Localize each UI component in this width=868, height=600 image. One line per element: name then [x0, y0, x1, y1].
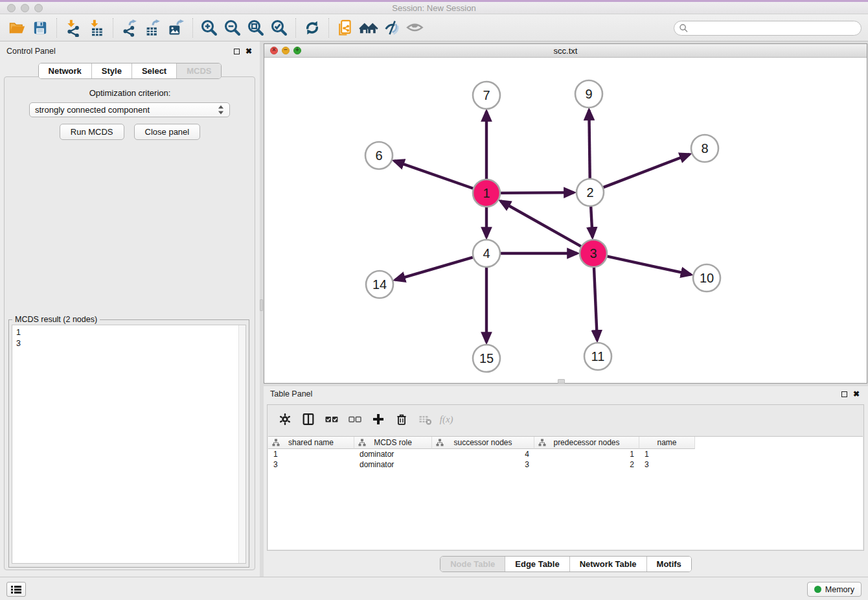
graph-edge-3-11[interactable] [594, 268, 597, 340]
network-canvas[interactable]: 7968124314101511 [264, 58, 867, 383]
optimization-criterion-dropdown[interactable]: strongly connected component [29, 102, 230, 117]
graph-node-15[interactable]: 15 [473, 345, 500, 372]
tab-network[interactable]: Network [39, 63, 92, 78]
column-label: successor nodes [453, 438, 512, 447]
table-cell[interactable]: dominator [354, 449, 432, 459]
import-network-icon[interactable] [62, 16, 85, 40]
table-panel-title: Table Panel [270, 389, 312, 398]
graph-node-7[interactable]: 7 [473, 82, 500, 109]
open-folder-icon[interactable] [5, 16, 29, 40]
window-title: Session: New Session [0, 3, 868, 13]
titlebar: Session: New Session [0, 2, 868, 14]
tab-mcds[interactable]: MCDS [177, 63, 221, 78]
float-panel-icon[interactable] [234, 49, 240, 54]
graph-node-1[interactable]: 1 [473, 179, 500, 207]
column-header-name[interactable]: name [639, 437, 695, 449]
graph-edge-4-14[interactable] [395, 257, 473, 280]
table-panel-content: f(x) shared nameMCDS rolesuccessor nodes… [267, 404, 864, 551]
mcds-result-list[interactable]: 13 [12, 325, 246, 564]
task-history-button[interactable] [6, 582, 26, 597]
export-image-icon[interactable] [165, 16, 188, 40]
zoom-selected-icon[interactable] [268, 16, 291, 40]
node-label: 8 [701, 141, 708, 156]
column-header-shared-name[interactable]: shared name [268, 437, 354, 449]
gear-icon[interactable] [275, 410, 295, 429]
graph-node-4[interactable]: 4 [473, 240, 500, 267]
graph-node-3[interactable]: 3 [580, 240, 607, 267]
graph-edge-1-2[interactable] [501, 192, 574, 193]
table-cell[interactable]: 3 [432, 459, 534, 470]
columns-icon[interactable] [299, 410, 318, 429]
table-panel: Table Panel ✖ [264, 386, 868, 577]
column-header-MCDS-role[interactable]: MCDS role [354, 437, 432, 449]
graph-edge-3-10[interactable] [607, 257, 691, 275]
graph-edge-2-9[interactable] [589, 110, 589, 178]
close-panel-button[interactable]: Close panel [134, 124, 201, 140]
graph-node-11[interactable]: 11 [584, 343, 611, 370]
close-table-panel-icon[interactable]: ✖ [853, 390, 860, 398]
horizontal-splitter-handle[interactable] [558, 379, 565, 384]
refresh-icon[interactable] [301, 16, 324, 40]
table-row[interactable]: 3dominator323 [268, 459, 863, 470]
graph-edge-1-6[interactable] [394, 161, 474, 188]
graph-node-14[interactable]: 14 [366, 271, 393, 298]
trash-icon[interactable] [392, 410, 411, 429]
zoom-in-icon[interactable] [198, 16, 221, 40]
graph-node-10[interactable]: 10 [693, 264, 720, 292]
houses-icon[interactable] [357, 16, 380, 40]
toolbar-separator [328, 18, 329, 38]
column-header-predecessor-nodes[interactable]: predecessor nodes [534, 437, 639, 449]
result-line: 3 [16, 338, 242, 349]
table-cell[interactable]: 3 [268, 459, 354, 470]
new-network-from-selection-icon[interactable] [334, 16, 357, 40]
svg-text:f(x): f(x) [440, 414, 453, 425]
table-cell[interactable]: dominator [354, 459, 432, 470]
export-table-icon[interactable] [141, 16, 165, 40]
table-cell[interactable]: 2 [534, 459, 639, 470]
run-mcds-button[interactable]: Run MCDS [60, 124, 124, 140]
graph-node-2[interactable]: 2 [577, 179, 604, 206]
graph-edge-2-8[interactable] [604, 154, 690, 187]
graph-edge-3-1[interactable] [501, 201, 581, 246]
graph-node-8[interactable]: 8 [691, 135, 718, 162]
hide-details-eye-slash-icon[interactable] [380, 16, 404, 40]
zoom-fit-icon[interactable] [244, 16, 268, 40]
tab-motifs[interactable]: Motifs [647, 557, 691, 571]
table-cell[interactable]: 1 [534, 449, 639, 459]
import-table-icon[interactable] [85, 16, 108, 40]
graph-node-6[interactable]: 6 [365, 142, 393, 169]
table-row[interactable]: 1dominator411 [268, 449, 863, 459]
column-header-successor-nodes[interactable]: successor nodes [432, 437, 534, 449]
tab-edge-table[interactable]: Edge Table [505, 557, 569, 571]
toolbar-separator [192, 18, 193, 38]
table-cell[interactable]: 1 [639, 449, 695, 459]
search-field[interactable] [674, 21, 862, 36]
checkbox-checked-pair-icon[interactable] [322, 410, 341, 429]
search-input[interactable] [689, 24, 861, 33]
network-window-titlebar[interactable]: × − + scc.txt [264, 44, 867, 58]
plus-icon[interactable] [369, 410, 388, 429]
application-window: Session: New Session [0, 0, 868, 600]
graph-edge-2-3[interactable] [591, 207, 593, 237]
float-table-panel-icon[interactable] [841, 391, 847, 397]
zoom-out-icon[interactable] [221, 16, 244, 40]
memory-button[interactable]: Memory [807, 582, 862, 597]
tab-select[interactable]: Select [132, 63, 177, 78]
graph-node-9[interactable]: 9 [575, 80, 602, 108]
column-label: MCDS role [374, 438, 412, 447]
tab-node-table[interactable]: Node Table [440, 557, 505, 571]
export-network-icon[interactable] [118, 16, 141, 40]
table-cell[interactable]: 4 [432, 449, 534, 459]
tab-network-table[interactable]: Network Table [570, 557, 647, 571]
node-label: 15 [479, 351, 494, 365]
network-graph[interactable]: 7968124314101511 [264, 58, 867, 384]
close-panel-icon[interactable]: ✖ [246, 47, 252, 55]
table-cell[interactable]: 3 [639, 459, 695, 470]
vertical-splitter-handle[interactable] [260, 299, 263, 311]
floppy-disk-icon[interactable] [29, 16, 52, 40]
tab-style[interactable]: Style [92, 63, 132, 78]
result-scrollbar[interactable] [238, 325, 246, 563]
checkbox-unchecked-pair-icon[interactable] [345, 410, 365, 429]
mcds-result-group: MCDS result (2 nodes) 13 [8, 319, 249, 568]
table-cell[interactable]: 1 [268, 449, 354, 459]
